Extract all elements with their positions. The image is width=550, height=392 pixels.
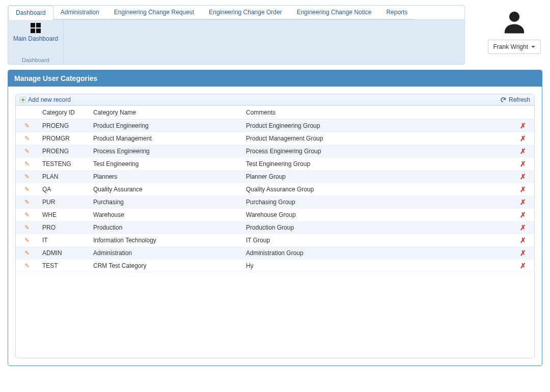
delete-icon[interactable]: ✗ bbox=[520, 249, 526, 257]
cell-category-name: Quality Assurance bbox=[89, 183, 242, 196]
tab-reports[interactable]: Reports bbox=[379, 6, 415, 19]
delete-icon[interactable]: ✗ bbox=[520, 198, 526, 206]
cell-category-id: PROENG bbox=[38, 145, 89, 158]
cell-category-id: PROENG bbox=[38, 120, 89, 132]
col-category-id[interactable]: Category ID bbox=[38, 106, 89, 120]
cell-comments: Planner Group bbox=[242, 171, 512, 183]
add-new-record-button[interactable]: + Add new record bbox=[18, 95, 73, 104]
cell-comments: IT Group bbox=[242, 234, 512, 247]
main-dashboard-label: Main Dashboard bbox=[13, 35, 58, 42]
edit-icon[interactable]: ✎ bbox=[24, 237, 30, 244]
edit-icon[interactable]: ✎ bbox=[24, 135, 30, 142]
cell-category-name: Warehouse bbox=[89, 209, 242, 221]
cell-category-id: QA bbox=[38, 183, 89, 196]
delete-icon[interactable]: ✗ bbox=[520, 122, 526, 130]
edit-icon[interactable]: ✎ bbox=[24, 160, 30, 167]
data-grid: + Add new record Refresh bbox=[15, 94, 535, 358]
tab-engineering-change-order[interactable]: Engineering Change Order bbox=[202, 6, 289, 19]
table-row[interactable]: ✎PROENGProduct EngineeringProduct Engine… bbox=[16, 120, 534, 132]
manage-user-categories-panel: Manage User Categories + Add new record … bbox=[8, 70, 542, 366]
cell-category-name: Product Management bbox=[89, 132, 242, 145]
cell-category-name: Production bbox=[89, 221, 242, 234]
table-row[interactable]: ✎PROProductionProduction Group✗ bbox=[16, 221, 534, 234]
table-row[interactable]: ✎TESTENGTest EngineeringTest Engineering… bbox=[16, 158, 534, 171]
edit-icon[interactable]: ✎ bbox=[24, 224, 30, 231]
cell-category-name: Process Engineering bbox=[89, 145, 242, 158]
cell-comments: Production Group bbox=[242, 221, 512, 234]
cell-category-id: PUR bbox=[38, 196, 89, 209]
cell-category-id: WHE bbox=[38, 209, 89, 221]
cell-category-name: Product Engineering bbox=[89, 120, 242, 132]
table-row[interactable]: ✎ADMINAdministrationAdministration Group… bbox=[16, 247, 534, 260]
edit-icon[interactable]: ✎ bbox=[24, 148, 30, 155]
cell-category-name: CRM Test Category bbox=[89, 260, 242, 272]
col-comments[interactable]: Comments bbox=[242, 106, 512, 120]
cell-comments: Administration Group bbox=[242, 247, 512, 260]
cell-category-id: TESTENG bbox=[38, 158, 89, 171]
panel-title: Manage User Categories bbox=[8, 70, 542, 87]
svg-point-0 bbox=[509, 12, 519, 22]
edit-icon[interactable]: ✎ bbox=[24, 199, 30, 206]
cell-category-id: PRO bbox=[38, 221, 89, 234]
edit-icon[interactable]: ✎ bbox=[24, 173, 30, 180]
cell-category-id: ADMIN bbox=[38, 247, 89, 260]
cell-comments: Hy bbox=[242, 260, 512, 272]
main-tabs: DashboardAdministrationEngineering Chang… bbox=[8, 5, 465, 65]
cell-comments: Test Engineering Group bbox=[242, 158, 512, 171]
edit-icon[interactable]: ✎ bbox=[24, 211, 30, 218]
cell-category-name: Test Engineering bbox=[89, 158, 242, 171]
cell-category-name: Information Technology bbox=[89, 234, 242, 247]
refresh-icon bbox=[500, 96, 507, 103]
delete-icon[interactable]: ✗ bbox=[520, 185, 526, 193]
table-row[interactable]: ✎PLANPlannersPlanner Group✗ bbox=[16, 171, 534, 183]
delete-icon[interactable]: ✗ bbox=[520, 160, 526, 168]
user-menu-button[interactable]: Frank Wright bbox=[488, 40, 541, 54]
tab-administration[interactable]: Administration bbox=[53, 6, 107, 19]
user-name: Frank Wright bbox=[493, 43, 528, 50]
edit-icon[interactable]: ✎ bbox=[24, 249, 30, 257]
user-area: Frank Wright bbox=[488, 8, 541, 54]
cell-category-id: PLAN bbox=[38, 171, 89, 183]
table-row[interactable]: ✎PROMGRProduct ManagementProduct Managem… bbox=[16, 132, 534, 145]
delete-icon[interactable]: ✗ bbox=[520, 134, 526, 143]
cell-comments: Warehouse Group bbox=[242, 209, 512, 221]
edit-icon[interactable]: ✎ bbox=[24, 186, 30, 193]
delete-icon[interactable]: ✗ bbox=[520, 262, 526, 270]
delete-icon[interactable]: ✗ bbox=[520, 223, 526, 232]
delete-icon[interactable]: ✗ bbox=[520, 147, 526, 155]
cell-category-name: Administration bbox=[89, 247, 242, 260]
delete-icon[interactable]: ✗ bbox=[520, 211, 526, 219]
categories-table: Category ID Category Name Comments ✎PROE… bbox=[16, 106, 534, 272]
user-icon bbox=[501, 8, 528, 36]
table-row[interactable]: ✎TESTCRM Test CategoryHy✗ bbox=[16, 260, 534, 272]
refresh-button[interactable]: Refresh bbox=[498, 95, 532, 104]
caret-down-icon bbox=[531, 46, 535, 48]
plus-icon: + bbox=[20, 97, 26, 103]
edit-icon[interactable]: ✎ bbox=[24, 262, 30, 269]
table-row[interactable]: ✎QAQuality AssuranceQuality Assurance Gr… bbox=[16, 183, 534, 196]
table-row[interactable]: ✎WHEWarehouseWarehouse Group✗ bbox=[16, 209, 534, 221]
delete-icon[interactable]: ✗ bbox=[520, 173, 526, 181]
cell-category-id: PROMGR bbox=[38, 132, 89, 145]
table-row[interactable]: ✎PROENGProcess EngineeringProcess Engine… bbox=[16, 145, 534, 158]
table-row[interactable]: ✎PURPurchasingPurchasing Group✗ bbox=[16, 196, 534, 209]
grid-toolbar: + Add new record Refresh bbox=[16, 94, 534, 106]
delete-icon[interactable]: ✗ bbox=[520, 236, 526, 244]
cell-comments: Product Management Group bbox=[242, 132, 512, 145]
col-category-name[interactable]: Category Name bbox=[89, 106, 242, 120]
edit-icon[interactable]: ✎ bbox=[24, 122, 30, 129]
add-label: Add new record bbox=[28, 96, 71, 103]
cell-comments: Process Engineering Group bbox=[242, 145, 512, 158]
tab-engineering-change-notice[interactable]: Engineering Change Notice bbox=[290, 6, 379, 19]
grid-icon bbox=[31, 23, 41, 33]
cell-comments: Purchasing Group bbox=[242, 196, 512, 209]
cell-comments: Product Engineering Group bbox=[242, 120, 512, 132]
ribbon: Main Dashboard Dashboard bbox=[8, 19, 464, 64]
tab-dashboard[interactable]: Dashboard bbox=[8, 6, 53, 20]
tab-engineering-change-request[interactable]: Engineering Change Request bbox=[107, 6, 202, 19]
cell-category-id: IT bbox=[38, 234, 89, 247]
cell-category-name: Planners bbox=[89, 171, 242, 183]
cell-category-id: TEST bbox=[38, 260, 89, 272]
main-dashboard-button[interactable]: Main Dashboard bbox=[13, 23, 58, 42]
table-row[interactable]: ✎ITInformation TechnologyIT Group✗ bbox=[16, 234, 534, 247]
